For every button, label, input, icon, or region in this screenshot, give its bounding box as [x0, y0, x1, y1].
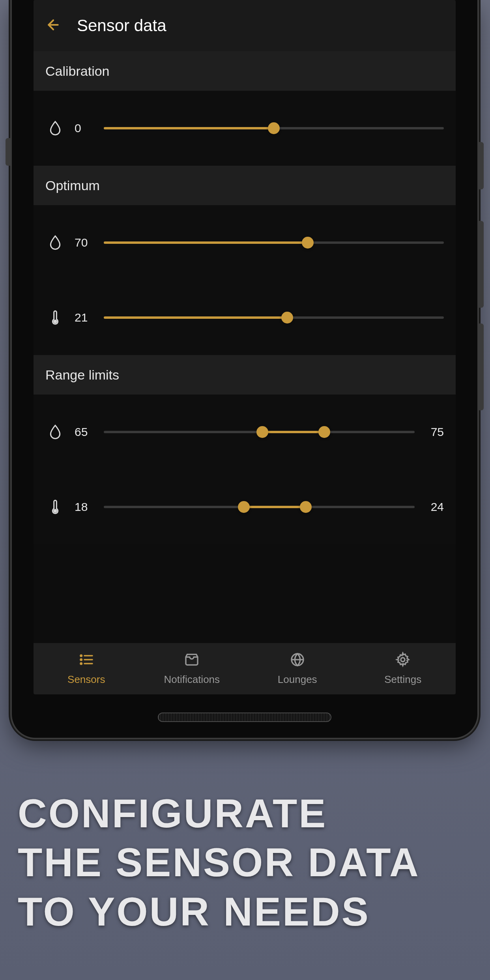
- globe-icon: [289, 652, 306, 670]
- side-button-volume-down: [479, 324, 484, 410]
- range-humidity-slider[interactable]: [104, 426, 415, 438]
- marketing-line-2: THE SENSOR DATA: [18, 838, 472, 887]
- nav-settings[interactable]: Settings: [350, 652, 456, 686]
- side-button-volume-up: [479, 221, 484, 308]
- nav-lounges-label: Lounges: [278, 673, 317, 686]
- range-humidity-row: 65 75: [34, 395, 456, 469]
- marketing-line-1: CONFIGURATE: [18, 789, 472, 838]
- range-temperature-high-value: 24: [424, 500, 444, 514]
- bottom-nav: Sensors Notifications Lounges Settings: [34, 643, 456, 694]
- speaker-grill: [158, 713, 331, 722]
- svg-point-1: [54, 510, 57, 512]
- range-humidity-high-value: 75: [424, 425, 444, 439]
- range-humidity-low-value: 65: [75, 425, 94, 439]
- nav-notifications-label: Notifications: [164, 673, 220, 686]
- range-temperature-row: 18 24: [34, 469, 456, 544]
- range-temperature-slider[interactable]: [104, 501, 415, 513]
- range-temperature-low-value: 18: [75, 500, 94, 514]
- header-bar: Sensor data: [34, 0, 456, 51]
- drop-icon: [45, 120, 65, 137]
- section-range-header: Range limits: [34, 355, 456, 395]
- svg-point-6: [80, 663, 82, 664]
- optimum-temperature-slider[interactable]: [104, 312, 444, 324]
- nav-notifications[interactable]: Notifications: [139, 652, 245, 686]
- drop-icon: [45, 234, 65, 251]
- marketing-line-3: TO YOUR NEEDS: [18, 887, 472, 936]
- thermometer-icon: [45, 309, 65, 326]
- drop-icon: [45, 423, 65, 441]
- side-button-power: [479, 142, 484, 189]
- nav-sensors-label: Sensors: [67, 673, 105, 686]
- optimum-humidity-row: 70: [34, 205, 456, 280]
- thermometer-icon: [45, 498, 65, 516]
- side-button-left: [6, 138, 10, 166]
- page-title: Sensor data: [77, 16, 166, 35]
- nav-lounges[interactable]: Lounges: [245, 652, 350, 686]
- optimum-temperature-value: 21: [75, 311, 94, 324]
- list-icon: [78, 652, 95, 670]
- calibration-humidity-slider[interactable]: [104, 122, 444, 134]
- optimum-humidity-value: 70: [75, 236, 94, 249]
- app-screen: Sensor data Calibration 0 Optimum 70: [34, 0, 456, 694]
- optimum-humidity-slider[interactable]: [104, 237, 444, 249]
- phone-frame: Sensor data Calibration 0 Optimum 70: [12, 0, 477, 738]
- nav-settings-label: Settings: [384, 673, 421, 686]
- inbox-icon: [183, 652, 200, 670]
- svg-point-0: [54, 320, 57, 323]
- calibration-humidity-row: 0: [34, 91, 456, 166]
- marketing-caption: CONFIGURATE THE SENSOR DATA TO YOUR NEED…: [18, 789, 472, 936]
- svg-point-2: [80, 655, 82, 656]
- optimum-temperature-row: 21: [34, 280, 456, 355]
- back-icon[interactable]: [45, 17, 61, 34]
- calibration-humidity-value: 0: [75, 122, 94, 135]
- gear-icon: [394, 652, 411, 670]
- svg-point-4: [80, 659, 82, 660]
- svg-point-9: [401, 658, 405, 662]
- nav-sensors[interactable]: Sensors: [34, 652, 139, 686]
- section-calibration-header: Calibration: [34, 51, 456, 91]
- section-optimum-header: Optimum: [34, 166, 456, 205]
